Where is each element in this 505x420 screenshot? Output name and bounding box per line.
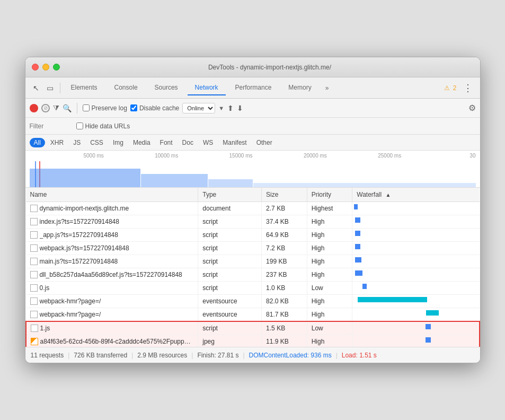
hide-data-urls-checkbox[interactable] bbox=[76, 122, 83, 129]
table-row[interactable]: dynamic-import-nextjs.glitch.medocument2… bbox=[26, 202, 480, 215]
tab-network[interactable]: Network bbox=[188, 81, 226, 95]
warnings-badge[interactable]: ⚠ 2 bbox=[444, 84, 457, 92]
table-row[interactable]: 0.jsscript1.0 KBLow bbox=[26, 282, 480, 295]
timeline-label-4: 25000 ms bbox=[327, 153, 401, 159]
type-filter-ws[interactable]: WS bbox=[199, 138, 217, 147]
file-name: webpack-hmr?page=/ bbox=[40, 298, 101, 305]
file-icon bbox=[30, 244, 38, 252]
table-row[interactable]: _app.js?ts=1572270914848script64.9 KBHig… bbox=[26, 229, 480, 242]
waterfall-bar bbox=[362, 284, 366, 289]
preserve-log-checkbox[interactable] bbox=[83, 104, 90, 111]
file-icon bbox=[30, 284, 38, 292]
cursor-tool-button[interactable]: ↖ bbox=[30, 82, 42, 94]
cell-priority: High bbox=[307, 215, 352, 229]
file-icon bbox=[30, 311, 38, 318]
type-filter-bar: All XHR JS CSS Img Media Font Doc WS Man… bbox=[25, 135, 480, 151]
preserve-log-text: Preserve log bbox=[92, 104, 127, 112]
device-toolbar-button[interactable]: ▭ bbox=[43, 82, 57, 94]
settings-button[interactable]: ⚙ bbox=[468, 103, 476, 113]
tab-elements[interactable]: Elements bbox=[64, 81, 105, 95]
minimize-button[interactable] bbox=[42, 64, 49, 71]
cell-type: script bbox=[198, 229, 262, 242]
timeline-label-5: 30 bbox=[401, 153, 475, 159]
image-file-icon bbox=[31, 338, 38, 345]
file-name: webpack.js?ts=1572270914848 bbox=[40, 244, 129, 252]
throttle-select[interactable]: Online bbox=[182, 103, 215, 113]
disable-cache-text: Disable cache bbox=[139, 104, 179, 112]
type-filter-other[interactable]: Other bbox=[252, 138, 277, 147]
waterfall-bar bbox=[354, 204, 358, 209]
more-options-button[interactable]: ⋮ bbox=[460, 80, 476, 96]
top-toolbar: ↖ ▭ Elements Console Sources Network Per… bbox=[25, 77, 480, 99]
timeline-label-1: 10000 ms bbox=[104, 153, 178, 159]
type-filter-js[interactable]: JS bbox=[69, 138, 85, 147]
search-button[interactable]: 🔍 bbox=[63, 104, 72, 112]
column-header-size[interactable]: Size bbox=[262, 188, 307, 202]
record-button[interactable] bbox=[30, 104, 38, 112]
throttle-arrow: ▼ bbox=[218, 105, 224, 111]
hide-data-urls-label[interactable]: Hide data URLs bbox=[76, 122, 130, 130]
cell-name: 0.js bbox=[26, 282, 198, 295]
cell-type: script bbox=[198, 242, 262, 255]
cell-size: 64.9 KB bbox=[262, 229, 307, 242]
tab-memory[interactable]: Memory bbox=[281, 81, 318, 95]
stop-button[interactable]: ⊘ bbox=[41, 104, 50, 112]
toolbar-divider-2 bbox=[77, 103, 77, 113]
type-filter-img[interactable]: Img bbox=[109, 138, 128, 147]
filter-bar: Hide data URLs bbox=[25, 118, 480, 135]
filter-button[interactable]: ⧩ bbox=[53, 103, 59, 112]
cell-name: webpack-hmr?page=/ bbox=[26, 295, 198, 308]
type-filter-css[interactable]: CSS bbox=[86, 138, 108, 147]
cell-name: _app.js?ts=1572270914848 bbox=[26, 229, 198, 242]
column-header-name[interactable]: Name bbox=[26, 188, 198, 202]
cell-waterfall bbox=[352, 295, 480, 308]
network-table[interactable]: Name Type Size Priority Waterfall ▲ dyna… bbox=[25, 188, 480, 347]
waterfall-bar bbox=[426, 310, 439, 316]
table-row[interactable]: webpack.js?ts=1572270914848script7.2 KBH… bbox=[26, 242, 480, 255]
table-row[interactable]: 1.jsscript1.5 KBLow bbox=[26, 321, 480, 335]
type-filter-font[interactable]: Font bbox=[156, 138, 177, 147]
close-button[interactable] bbox=[32, 64, 39, 71]
file-icon bbox=[30, 271, 38, 278]
file-name: 1.js bbox=[40, 325, 50, 332]
cell-priority: Highest bbox=[307, 202, 352, 215]
table-row[interactable]: a84f63e5-62cd-456b-89f4-c2adddc4e575%2Fp… bbox=[26, 335, 480, 347]
table-row[interactable]: webpack-hmr?page=/eventsource81.7 KBHigh bbox=[26, 308, 480, 322]
column-header-type[interactable]: Type bbox=[198, 188, 262, 202]
network-toolbar: ⊘ ⧩ 🔍 Preserve log Disable cache Online … bbox=[25, 99, 480, 118]
type-filter-xhr[interactable]: XHR bbox=[46, 138, 68, 147]
table-row[interactable]: webpack-hmr?page=/eventsource82.0 KBHigh bbox=[26, 295, 480, 308]
waterfall-bar bbox=[355, 257, 361, 262]
window-title: DevTools - dynamic-import-nextjs.glitch.… bbox=[66, 64, 474, 71]
preserve-log-label[interactable]: Preserve log bbox=[83, 104, 127, 112]
column-header-priority[interactable]: Priority bbox=[307, 188, 352, 202]
table-row[interactable]: index.js?ts=1572270914848script37.4 KBHi… bbox=[26, 215, 480, 229]
column-header-waterfall[interactable]: Waterfall ▲ bbox=[352, 188, 480, 202]
table-row[interactable]: main.js?ts=1572270914848script199 KBHigh bbox=[26, 255, 480, 268]
tab-performance[interactable]: Performance bbox=[228, 81, 279, 95]
file-name: dynamic-import-nextjs.glitch.me bbox=[40, 205, 129, 212]
maximize-button[interactable] bbox=[53, 64, 60, 71]
resources-size: 2.9 MB resources bbox=[137, 352, 187, 359]
more-tabs-button[interactable]: » bbox=[321, 81, 333, 95]
cell-type: document bbox=[198, 202, 262, 215]
tab-console[interactable]: Console bbox=[107, 81, 145, 95]
cell-name: a84f63e5-62cd-456b-89f4-c2adddc4e575%2Fp… bbox=[26, 335, 198, 347]
table-header-row: Name Type Size Priority Waterfall ▲ bbox=[26, 188, 480, 202]
cell-waterfall bbox=[352, 215, 480, 229]
type-filter-media[interactable]: Media bbox=[129, 138, 155, 147]
status-bar: 11 requests | 726 KB transferred | 2.9 M… bbox=[25, 347, 480, 363]
file-icon bbox=[30, 231, 38, 239]
cell-priority: High bbox=[307, 295, 352, 308]
tab-sources[interactable]: Sources bbox=[147, 81, 185, 95]
timeline-bar: 5000 ms 10000 ms 15000 ms 20000 ms 25000… bbox=[25, 151, 480, 188]
disable-cache-checkbox[interactable] bbox=[130, 104, 137, 111]
table-row[interactable]: dll_b58c257da4aa56d89cef.js?ts=157227091… bbox=[26, 268, 480, 282]
type-filter-doc[interactable]: Doc bbox=[178, 138, 198, 147]
filter-input[interactable] bbox=[30, 122, 72, 130]
type-filter-all[interactable]: All bbox=[30, 138, 45, 147]
export-button[interactable]: ⬇ bbox=[237, 104, 243, 112]
import-button[interactable]: ⬆ bbox=[227, 104, 234, 112]
type-filter-manifest[interactable]: Manifest bbox=[218, 138, 251, 147]
disable-cache-label[interactable]: Disable cache bbox=[130, 104, 179, 112]
